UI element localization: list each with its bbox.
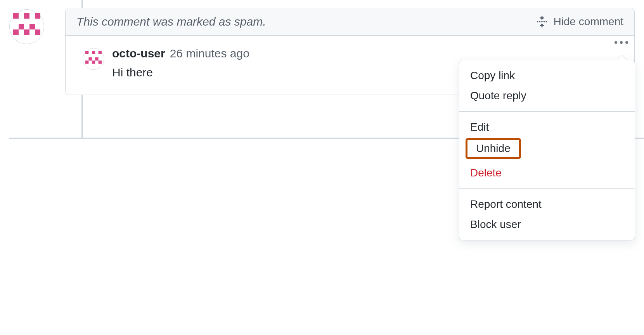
hide-comment-label: Hide comment	[553, 16, 623, 28]
menu-delete[interactable]: Delete	[459, 163, 635, 183]
svg-rect-15	[99, 60, 102, 64]
kebab-icon	[615, 41, 628, 44]
identicon-icon	[85, 51, 102, 67]
svg-rect-4	[29, 24, 35, 29]
svg-rect-0	[13, 13, 19, 19]
svg-rect-14	[92, 60, 95, 64]
menu-quote-reply[interactable]: Quote reply	[459, 86, 635, 106]
author-avatar-large[interactable]	[9, 9, 44, 44]
comment-card: This comment was marked as spam. Hide co…	[65, 8, 635, 95]
comment-username[interactable]: octo-user	[112, 47, 165, 60]
svg-rect-12	[95, 57, 98, 60]
comment-actions-dropdown: Copy link Quote reply Edit Unhide Delete…	[459, 60, 635, 240]
svg-rect-10	[99, 51, 102, 54]
comment-actions-kebab-button[interactable]	[612, 39, 630, 46]
svg-rect-8	[85, 51, 88, 54]
fold-icon	[536, 16, 548, 28]
menu-unhide[interactable]: Unhide	[466, 138, 521, 159]
identicon-icon	[13, 13, 40, 40]
menu-block-user[interactable]: Block user	[459, 214, 635, 235]
svg-rect-7	[35, 29, 40, 35]
svg-rect-3	[19, 24, 24, 29]
menu-report-content[interactable]: Report content	[459, 194, 635, 214]
menu-edit[interactable]: Edit	[459, 117, 635, 137]
svg-rect-5	[13, 29, 19, 35]
hide-comment-button[interactable]: Hide comment	[536, 16, 623, 28]
svg-rect-2	[35, 13, 40, 19]
comment-timestamp[interactable]: 26 minutes ago	[170, 47, 249, 60]
comment-header: This comment was marked as spam. Hide co…	[66, 8, 634, 36]
svg-rect-13	[85, 60, 88, 64]
author-avatar-small[interactable]	[83, 48, 104, 70]
svg-rect-11	[88, 57, 92, 60]
menu-copy-link[interactable]: Copy link	[459, 66, 635, 86]
comment-body-container: octo-user 26 minutes ago Hi there Copy l…	[66, 36, 634, 95]
comment-body-text: Hi there	[112, 66, 249, 79]
spam-notice-text: This comment was marked as spam.	[76, 15, 266, 28]
svg-rect-9	[92, 51, 95, 54]
svg-rect-6	[24, 29, 29, 35]
svg-rect-1	[24, 13, 29, 19]
